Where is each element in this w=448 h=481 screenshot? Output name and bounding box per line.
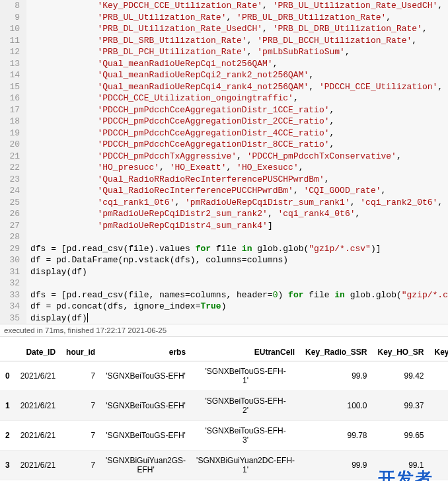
line-number: 9 [0, 12, 26, 24]
code-line[interactable]: 15 'Qual_meanRadioUeRepCqi4_rank4_not256… [0, 81, 448, 93]
output-area: Date_IDhour_iderbsEUtranCellKey_Radio_SS… [0, 337, 448, 481]
line-number: 22 [0, 162, 26, 174]
column-header: erbs [100, 344, 191, 361]
cell: 2021/6/21 [15, 361, 61, 391]
code-content[interactable]: 'Qual_meanRadioUeRepCqi2_rank2_not256QAM… [26, 69, 314, 81]
code-content[interactable]: 'PDCCH_pmPdcchCceAggregationDistr_4CCE_r… [26, 128, 334, 139]
code-content[interactable]: df = pd.DataFrame(np.vstack(dfs), column… [26, 254, 288, 266]
line-number: 12 [0, 46, 26, 58]
cell [429, 391, 448, 421]
cell: 99.9 [300, 451, 372, 480]
code-line[interactable]: 31display(df) [0, 266, 448, 278]
cell: 2021/6/21 [15, 391, 61, 421]
table-row: 22021/6/217'SGNXBeiTouGS-EFH''SGNXBeiTou… [0, 421, 448, 451]
execution-status: executed in 71ms, finished 17:22:17 2021… [0, 324, 448, 337]
line-number: 20 [0, 139, 26, 151]
code-content[interactable] [26, 231, 30, 243]
table-row: 12021/6/217'SGNXBeiTouGS-EFH''SGNXBeiTou… [0, 391, 448, 421]
cell: 100.0 [300, 391, 372, 421]
cell: 99.1 [372, 451, 429, 480]
line-number: 10 [0, 23, 26, 35]
code-line[interactable]: 32 [0, 278, 448, 289]
code-line[interactable]: 12 'PRB_DL_PCH_Utilization_Rate', 'pmLbS… [0, 46, 448, 58]
code-line[interactable]: 34df = pd.concat(dfs, ignore_index=True) [0, 301, 448, 313]
code-content[interactable]: 'PRB_UL_Utilization_Rate', 'PRB_UL_DRB_U… [26, 12, 391, 24]
code-line[interactable]: 9 'PRB_UL_Utilization_Rate', 'PRB_UL_DRB… [0, 12, 448, 24]
code-content[interactable]: display(df) [26, 313, 88, 324]
code-content[interactable]: 'PDCCH_CCE_Utilization_ongoingtraffic', [26, 92, 299, 104]
code-content[interactable]: 'Qual_RadioRecInterferencePUCCHPwrdBm', … [26, 185, 386, 197]
cell: 'SGNXBeiTouGS-EFH-1' [191, 361, 300, 391]
table-row: 32021/6/217'SGNXBiGuiYuan2GS-EFH''SGNXBi… [0, 451, 448, 480]
code-line[interactable]: 23 'Qual_RadioRRadioRecInterferencePUSCH… [0, 174, 448, 186]
code-line[interactable]: 17 'PDCCH_pmPdcchCceAggregationDistr_1CC… [0, 104, 448, 116]
cell: 2021/6/21 [15, 421, 61, 451]
code-line[interactable]: 25 'cqi_rank1_0t6', 'pmRadioUeRepCqiDist… [0, 197, 448, 209]
code-content[interactable]: display(df) [26, 266, 87, 278]
code-line[interactable]: 22 'HO_presucc', 'HO_Exeatt', 'HO_Exesuc… [0, 162, 448, 174]
code-content[interactable]: 'Qual_meanRadioUeRepCqi_not256QAM', [26, 58, 278, 70]
line-number: 18 [0, 116, 26, 128]
code-line[interactable]: 14 'Qual_meanRadioUeRepCqi2_rank2_not256… [0, 69, 448, 81]
cell: 99.78 [300, 421, 372, 451]
code-line[interactable]: 10 'PRB_DL_Utilization_Rate_UsedCH', 'PR… [0, 23, 448, 35]
line-number: 19 [0, 128, 26, 139]
code-content[interactable]: 'PRB_DL_PCH_Utilization_Rate', 'pmLbSubR… [26, 46, 350, 58]
cell: 'SGNXBeiTouGS-EFH' [100, 361, 191, 391]
code-line[interactable]: 30df = pd.DataFrame(np.vstack(dfs), colu… [0, 254, 448, 266]
code-content[interactable]: 'Qual_RadioRRadioRecInterferencePUSCHPwr… [26, 174, 330, 186]
code-line[interactable]: 27 'pmRadioUeRepCqiDistr4_sum_rank4'] [0, 220, 448, 232]
code-content[interactable]: 'cqi_rank1_0t6', 'pmRadioUeRepCqiDistr_s… [26, 197, 443, 209]
column-header [0, 344, 15, 361]
code-line[interactable]: 21 'PDCCH_pmPdcchTxAggressive', 'PDCCH_p… [0, 151, 448, 163]
cell: 2021/6/21 [15, 451, 61, 480]
line-number: 13 [0, 58, 26, 70]
line-number: 34 [0, 301, 26, 313]
code-content[interactable]: 'HO_presucc', 'HO_Exeatt', 'HO_Exesucc', [26, 162, 304, 174]
code-content[interactable]: 'PDCCH_pmPdcchTxAggressive', 'PDCCH_pmPd… [26, 151, 402, 163]
code-content[interactable]: 'PDCCH_pmPdcchCceAggregationDistr_2CCE_r… [26, 116, 334, 128]
line-number: 11 [0, 35, 26, 47]
code-content[interactable]: 'PRB_DL_SRB_Utilization_Rate', 'PRB_DL_B… [26, 35, 417, 47]
code-line[interactable]: 13 'Qual_meanRadioUeRepCqi_not256QAM', [0, 58, 448, 70]
code-editor[interactable]: 8 'Key_PDCCH_CCE_Utilization_Rate', 'PRB… [0, 0, 448, 324]
cell: 'SGNXBeiTouGS-EFH' [100, 421, 191, 451]
column-header: hour_id [61, 344, 100, 361]
code-content[interactable]: dfs = [pd.read_csv(file).values for file… [26, 243, 381, 255]
cell: 7 [61, 451, 100, 480]
code-content[interactable]: 'pmRadioUeRepCqiDistr4_sum_rank4'] [26, 220, 273, 232]
column-header: Date_ID [15, 344, 61, 361]
code-line[interactable]: 20 'PDCCH_pmPdcchCceAggregationDistr_8CC… [0, 139, 448, 151]
code-line[interactable]: 18 'PDCCH_pmPdcchCceAggregationDistr_2CC… [0, 116, 448, 128]
code-line[interactable]: 28 [0, 231, 448, 243]
column-header: Key_UEC [429, 344, 448, 361]
line-number: 27 [0, 220, 26, 232]
code-content[interactable]: 'PDCCH_pmPdcchCceAggregationDistr_1CCE_r… [26, 104, 334, 116]
code-content[interactable]: 'Qual_meanRadioUeRepCqi4_rank4_not256QAM… [26, 81, 443, 93]
line-number: 31 [0, 266, 26, 278]
code-content[interactable] [26, 278, 30, 289]
column-header: Key_Radio_SSR [300, 344, 372, 361]
code-content[interactable]: 'pmRadioUeRepCqiDistr2_sum_rank2', 'cqi_… [26, 208, 360, 220]
code-content[interactable]: 'PDCCH_pmPdcchCceAggregationDistr_8CCE_r… [26, 139, 334, 151]
code-content[interactable]: 'Key_PDCCH_CCE_Utilization_Rate', 'PRB_U… [26, 0, 443, 12]
line-number: 29 [0, 243, 26, 255]
code-line[interactable]: 33dfs = [pd.read_csv(file, names=columns… [0, 289, 448, 301]
code-line[interactable]: 26 'pmRadioUeRepCqiDistr2_sum_rank2', 'c… [0, 208, 448, 220]
line-number: 17 [0, 104, 26, 116]
cell: 7 [61, 421, 100, 451]
code-content[interactable]: dfs = [pd.read_csv(file, names=columns, … [26, 289, 448, 301]
code-line[interactable]: 16 'PDCCH_CCE_Utilization_ongoingtraffic… [0, 92, 448, 104]
line-number: 28 [0, 231, 26, 243]
cell [429, 451, 448, 480]
line-number: 24 [0, 185, 26, 197]
code-content[interactable]: 'PRB_DL_Utilization_Rate_UsedCH', 'PRB_D… [26, 23, 428, 35]
code-content[interactable]: df = pd.concat(dfs, ignore_index=True) [26, 301, 226, 313]
cell: 7 [61, 391, 100, 421]
code-line[interactable]: 11 'PRB_DL_SRB_Utilization_Rate', 'PRB_D… [0, 35, 448, 47]
code-line[interactable]: 35display(df) [0, 313, 448, 324]
code-line[interactable]: 24 'Qual_RadioRecInterferencePUCCHPwrdBm… [0, 185, 448, 197]
code-line[interactable]: 8 'Key_PDCCH_CCE_Utilization_Rate', 'PRB… [0, 0, 448, 12]
code-line[interactable]: 29dfs = [pd.read_csv(file).values for fi… [0, 243, 448, 255]
code-line[interactable]: 19 'PDCCH_pmPdcchCceAggregationDistr_4CC… [0, 128, 448, 139]
